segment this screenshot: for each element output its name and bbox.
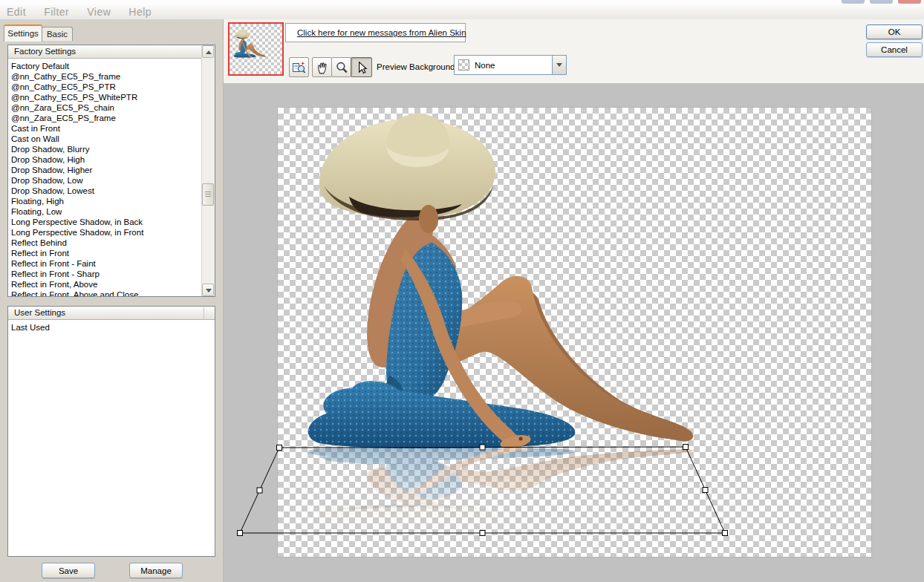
preview-toolbar-strip: Click here for new messages from Alien S… [224,19,924,83]
tab-basic[interactable]: Basic [42,27,73,41]
factory-settings-items: Factory Default@nn_Cathy_EC5_PS_frame@nn… [8,60,202,296]
list-item[interactable]: Reflect in Front - Sharp [11,269,202,279]
settings-panel: Settings Basic Factory Settings Factory … [0,19,224,582]
close-button[interactable] [898,0,921,4]
list-item[interactable]: Reflect Behind [11,238,202,248]
hand-icon [316,61,329,74]
message-bar[interactable]: Click here for new messages from Alien S… [285,23,466,42]
menu-filter[interactable]: Filter [35,6,78,18]
list-item[interactable]: Long Perspective Shadow, in Back [11,217,202,227]
scroll-down-button[interactable] [202,284,214,296]
list-item[interactable]: Last Used [11,322,215,333]
alien-skin-messages-link[interactable]: Click here for new messages from Alien S… [297,28,466,37]
arrow-up-icon [206,50,212,54]
maximize-button[interactable] [870,0,893,4]
menu-bar: Edit Filter View Help [0,4,924,20]
menu-edit[interactable]: Edit [0,6,35,18]
user-settings-listbox: User Settings Last Used [7,306,215,557]
pointer-icon [355,61,368,74]
factory-settings-listbox: Factory Settings Factory Default@nn_Cath… [7,45,215,297]
eye-candy-plugin-dialog: Edit Filter View Help Settings Basic Fac… [0,0,924,582]
minimize-button[interactable] [842,0,865,4]
list-item[interactable]: Drop Shadow, Low [11,175,202,186]
hand-tool-button[interactable] [312,57,332,77]
list-item[interactable]: Reflect in Front [11,248,202,258]
list-item[interactable]: Floating, High [11,196,202,206]
preview-compare-tool-button[interactable] [289,57,309,77]
transparency-swatch-icon [458,59,469,71]
pointer-tool-button[interactable] [351,57,372,77]
list-item[interactable]: Drop Shadow, Blurry [11,144,202,154]
list-item[interactable]: @nn_Cathy_EC5_PS_WhitePTR [11,92,202,102]
handle-bottom-left [238,531,243,536]
list-item[interactable]: Long Perspective Shadow, in Front [11,227,202,238]
list-item[interactable]: Reflect in Front, Above and Close [11,290,202,297]
factory-scrollbar[interactable] [201,45,215,296]
tab-strip: Settings Basic [0,23,223,41]
list-item[interactable]: @nn_Zara_EC5_PS_frame [11,113,202,123]
menu-view[interactable]: View [78,6,120,18]
tab-settings[interactable]: Settings [4,24,42,42]
scroll-up-button[interactable] [202,45,214,58]
list-item[interactable]: Drop Shadow, High [11,154,202,165]
manage-button[interactable]: Manage [129,563,183,578]
user-settings-items: Last Used [8,321,215,556]
cancel-button[interactable]: Cancel [866,42,923,57]
factory-settings-header: Factory Settings [8,45,202,59]
list-item[interactable]: @nn_Cathy_EC5_PS_frame [11,71,202,82]
preview-image-canvas[interactable] [278,108,871,557]
preview-background-value: None [475,61,552,70]
scrollbar-thumb[interactable] [202,183,214,206]
arrow-down-icon [206,289,212,292]
preview-figure [278,108,871,557]
user-settings-header: User Settings [8,307,215,320]
thumbnail-figure [230,24,282,74]
grip-icon [205,192,211,197]
list-item[interactable]: Floating, Low [11,206,202,217]
zoom-tool-button[interactable] [331,57,351,77]
list-item[interactable]: @nn_Zara_EC5_PS_chain [11,102,202,113]
list-item[interactable]: Drop Shadow, Lowest [11,186,202,196]
ok-button[interactable]: OK [866,24,923,39]
menu-help[interactable]: Help [120,6,160,18]
list-item[interactable]: Reflect in Front - Faint [11,258,202,269]
save-button[interactable]: Save [42,563,95,578]
handle-left-mid [257,488,262,493]
preview-panel: Click here for new messages from Alien S… [224,19,924,582]
list-item[interactable]: Cast on Wall [11,134,202,144]
image-thumbnail[interactable] [228,22,284,76]
list-item[interactable]: Cast in Front [11,123,202,134]
chevron-down-icon [556,63,562,67]
list-item[interactable]: @nn_Cathy_EC5_PS_PTR [11,82,202,92]
dropdown-button[interactable] [552,56,566,74]
preview-background-label: Preview Background: [377,62,458,71]
preview-background-select[interactable]: None [454,55,567,75]
magnifier-icon [335,61,348,74]
preview-compare-icon [292,61,306,74]
preview-area[interactable] [224,83,924,582]
list-item[interactable]: Factory Default [11,61,202,71]
list-item[interactable]: Drop Shadow, Higher [11,165,202,175]
list-item[interactable]: Reflect in Front, Above [11,279,202,290]
